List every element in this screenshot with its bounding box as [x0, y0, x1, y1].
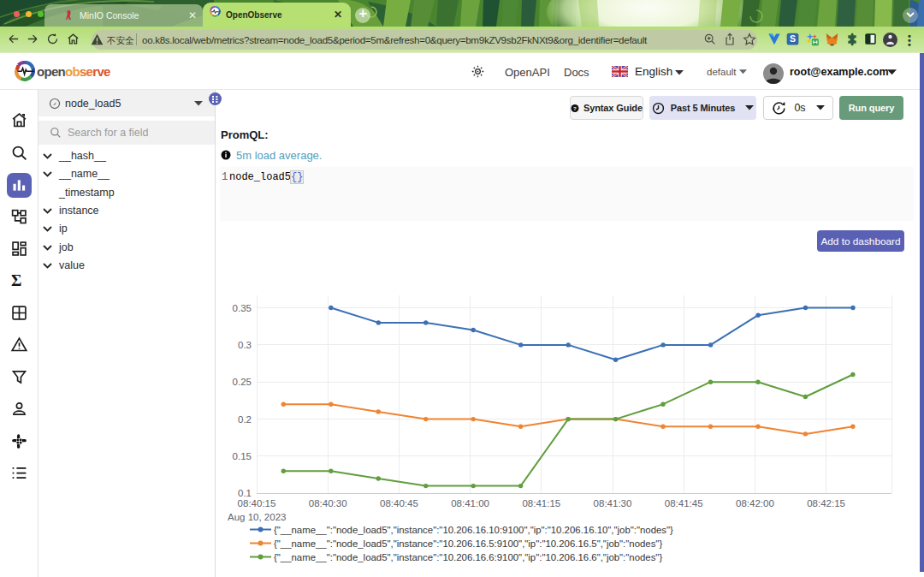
svg-text:S: S — [790, 33, 796, 44]
svg-text:0.1: 0.1 — [238, 488, 252, 498]
svg-text:{"__name__":"node_load5","inst: {"__name__":"node_load5","instance":"10.… — [274, 552, 662, 562]
svg-text:0.2: 0.2 — [238, 414, 252, 425]
svg-text:0.35: 0.35 — [233, 303, 252, 313]
svg-text:{"__name__":"node_load5","inst: {"__name__":"node_load5","instance":"10.… — [274, 538, 662, 549]
svg-text:?: ? — [573, 104, 577, 110]
svg-text:0.15: 0.15 — [233, 451, 252, 461]
svg-text:08:40:30: 08:40:30 — [309, 498, 347, 509]
svg-text:08:41:45: 08:41:45 — [665, 498, 703, 509]
svg-text:08:40:45: 08:40:45 — [380, 498, 418, 509]
svg-text:{"__name__":"node_load5","inst: {"__name__":"node_load5","instance":"10.… — [274, 525, 673, 535]
svg-text:08:41:00: 08:41:00 — [451, 498, 489, 509]
svg-text:08:41:30: 08:41:30 — [594, 498, 632, 509]
svg-text:08:41:15: 08:41:15 — [522, 498, 560, 509]
svg-text:08:40:15: 08:40:15 — [238, 498, 276, 509]
svg-text:08:42:00: 08:42:00 — [736, 498, 774, 509]
svg-text:0.25: 0.25 — [233, 377, 252, 387]
svg-text:08:42:15: 08:42:15 — [807, 498, 845, 509]
svg-text:Aug 10, 2023: Aug 10, 2023 — [228, 512, 286, 522]
svg-text:0.3: 0.3 — [238, 340, 252, 350]
